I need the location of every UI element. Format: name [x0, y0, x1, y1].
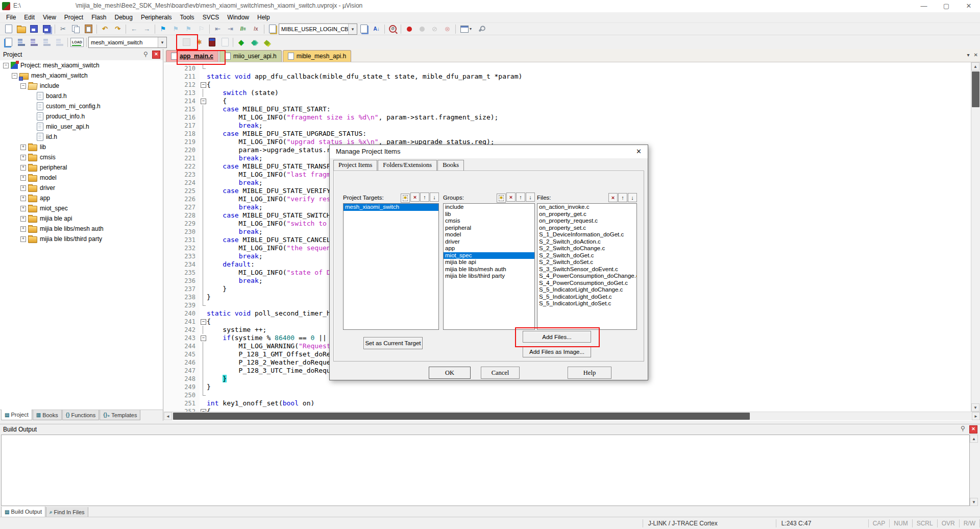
editor-horizontal-scrollbar[interactable]: ◄ ► — [164, 412, 980, 420]
target-select-value[interactable]: mesh_xiaomi_switch — [89, 39, 158, 45]
scroll-down-icon[interactable]: ▼ — [971, 403, 979, 412]
tab-templates[interactable]: {}₊Templates — [100, 410, 140, 420]
files-list[interactable]: on_action_invoke.con_property_get.con_pr… — [537, 203, 637, 330]
prev-bookmark-button[interactable]: ⚑ — [169, 23, 182, 35]
list-item-s-5-indicatorlight-doset-c[interactable]: S_5_IndicatorLight_doSet.c — [537, 300, 636, 307]
navigate-forward-button[interactable]: → — [140, 23, 153, 35]
scroll-right-icon[interactable]: ► — [972, 412, 980, 420]
expand-toggle-icon[interactable]: + — [20, 236, 26, 242]
code-line-215[interactable]: 215 case MIBLE_DFU_STATE_START: — [164, 105, 971, 113]
incremental-find-button[interactable]: A↓ — [370, 23, 383, 35]
menu-svcs[interactable]: SVCS — [199, 13, 224, 22]
download-flash-button[interactable]: LOAD — [69, 37, 85, 48]
list-item-s-2-switch-dochange-c[interactable]: S_2_Switch_doChange.c — [537, 245, 636, 252]
horizontal-scroll-thumb[interactable] — [173, 413, 750, 420]
build-button[interactable] — [15, 37, 28, 48]
list-item-s-2-switch-doaction-c[interactable]: S_2_Switch_doAction.c — [537, 238, 636, 246]
tree-item-model[interactable]: +model — [0, 173, 163, 183]
project-panel-close-icon[interactable]: ✕ — [152, 51, 160, 59]
list-item-s-2-switch-doget-c[interactable]: S_2_Switch_doGet.c — [537, 252, 636, 259]
code-line-211[interactable]: 211static void app_dfu_callback(mible_df… — [164, 73, 971, 81]
stop-build-button[interactable] — [53, 37, 66, 48]
debug-windows-button[interactable]: ▾ — [457, 23, 475, 35]
groups-new-icon[interactable]: ✱ — [497, 194, 506, 203]
toggle-bookmark-button[interactable]: ⚑ — [157, 23, 169, 35]
list-item-miot-spec[interactable]: miot_spec — [444, 252, 534, 259]
code-line-252[interactable]: 252−{ — [164, 407, 971, 412]
menu-flash[interactable]: Flash — [87, 13, 110, 22]
close-button[interactable]: ✕ — [958, 0, 980, 12]
list-item-s-1-deviceinformation-doget-c[interactable]: S_1_DeviceInformation_doGet.c — [537, 231, 636, 238]
fold-collapse-icon[interactable]: − — [201, 82, 206, 88]
files-up-icon[interactable]: ↑ — [618, 193, 627, 202]
menu-help[interactable]: Help — [253, 13, 274, 22]
tab-miio-user-api-h[interactable]: miio_user_api.h — [219, 50, 282, 62]
expand-toggle-icon[interactable]: − — [20, 83, 26, 89]
expand-toggle-icon[interactable]: − — [3, 63, 9, 68]
dialog-tab-folders-extensions[interactable]: Folders/Extensions — [378, 160, 437, 171]
code-line-250[interactable]: 250 — [164, 391, 971, 399]
code-line-251[interactable]: 251int key1_onoff_set(bool on) — [164, 399, 971, 407]
options-for-target-button[interactable] — [180, 37, 193, 48]
list-item-mesh-xiaomi-switch[interactable]: mesh_xiaomi_switch — [344, 204, 438, 211]
list-item-mijia-ble-api[interactable]: mijia ble api — [444, 259, 534, 266]
scroll-left-icon[interactable]: ◄ — [164, 412, 172, 420]
tree-item-iid-h[interactable]: iid.h — [0, 132, 163, 142]
tab-find-in-files[interactable]: ⌕Find In Files — [46, 507, 88, 517]
list-item-s-4-powerconsumption-doget-c[interactable]: S_4_PowerConsumption_doGet.c — [537, 280, 636, 287]
scroll-up-icon[interactable]: ▲ — [970, 435, 978, 443]
expand-toggle-icon[interactable]: + — [20, 185, 26, 191]
comment-button[interactable]: //≡ — [237, 23, 250, 35]
targets-new-icon[interactable]: ✱ — [401, 194, 410, 203]
tree-item-mesh-xiaomi-switch[interactable]: −mesh_xiaomi_switch — [0, 70, 163, 81]
maximize-button[interactable]: ▢ — [935, 0, 958, 12]
code-line-249[interactable]: 249} — [164, 383, 971, 391]
list-item-include[interactable]: include — [444, 204, 534, 211]
tree-item-mijia-ble-api[interactable]: +mijia ble api — [0, 213, 163, 224]
scroll-down-icon[interactable]: ▼ — [970, 498, 978, 506]
menu-file[interactable]: File — [2, 13, 20, 22]
tree-item-cmsis[interactable]: +cmsis — [0, 152, 163, 162]
find-in-files-button[interactable] — [266, 23, 279, 35]
groups-up-icon[interactable]: ↑ — [516, 193, 525, 202]
undo-button[interactable]: ↶ — [99, 23, 111, 35]
list-item-on-property-get-c[interactable]: on_property_get.c — [537, 211, 636, 218]
minimize-button[interactable]: — — [913, 0, 935, 12]
tab-project[interactable]: ▤Project — [1, 410, 32, 420]
close-document-icon[interactable]: ✕ — [974, 52, 978, 58]
outdent-button[interactable]: ⇤ — [211, 23, 224, 35]
build-output-scrollbar[interactable]: ▲ ▼ — [970, 435, 978, 506]
tree-item-product-info-h[interactable]: product_info.h — [0, 111, 163, 122]
manage-rte-button[interactable]: ◆ — [235, 37, 248, 48]
expand-toggle-icon[interactable]: − — [12, 73, 17, 79]
new-file-button[interactable] — [2, 23, 15, 35]
expand-toggle-icon[interactable]: + — [20, 216, 26, 222]
list-item-mijia-ble-libs-mesh-auth[interactable]: mijia ble libs/mesh auth — [444, 266, 534, 273]
targets-delete-icon[interactable]: × — [410, 193, 420, 202]
chevron-down-icon[interactable]: ▾ — [158, 37, 166, 47]
tree-item-project-mesh-xiaomi-switch[interactable]: −Project: mesh_xiaomi_switch — [0, 60, 163, 70]
list-item-s-2-switch-doset-c[interactable]: S_2_Switch_doSet.c — [537, 259, 636, 266]
tab-build-output[interactable]: ▤Build Output — [1, 507, 45, 517]
ok-button[interactable]: OK — [429, 367, 471, 379]
uncomment-button[interactable]: /x — [250, 23, 262, 35]
code-line-218[interactable]: 218 case MIBLE_DFU_STATE_UPGRADE_STATUS: — [164, 130, 971, 138]
manage-project-items-button[interactable] — [206, 37, 218, 48]
find-dialog-button[interactable]: @ — [386, 23, 399, 35]
rebuild-button[interactable] — [28, 37, 40, 48]
set-as-current-target-button[interactable]: Set as Current Target — [363, 337, 423, 349]
list-item-s-5-indicatorlight-doget-c[interactable]: S_5_IndicatorLight_doGet.c — [537, 294, 636, 301]
fold-collapse-icon[interactable]: − — [201, 319, 206, 325]
file-extensions-button[interactable] — [218, 37, 231, 48]
configure-tools-button[interactable] — [475, 23, 487, 35]
dialog-close-icon[interactable]: ✕ — [636, 148, 642, 155]
translate-file-button[interactable] — [2, 37, 15, 48]
save-button[interactable] — [28, 23, 40, 35]
search-combobox-value[interactable]: MIBLE_USER_LOGIN_CB_T — [279, 26, 348, 32]
tab-books[interactable]: ▥Books — [33, 410, 62, 420]
save-all-button[interactable] — [40, 23, 53, 35]
code-line-210[interactable]: 210 — [164, 64, 971, 73]
code-line-214[interactable]: 214− { — [164, 97, 971, 105]
tree-item-mijia-ble-libs-mesh-auth[interactable]: +mijia ble libs/mesh auth — [0, 224, 163, 234]
targets-up-icon[interactable]: ↑ — [420, 193, 429, 202]
